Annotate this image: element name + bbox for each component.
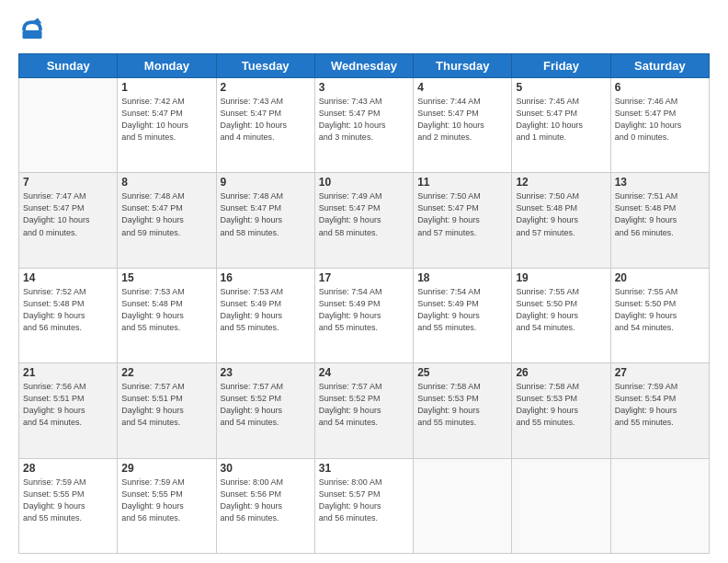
day-number: 21: [23, 366, 113, 379]
day-info: Sunrise: 7:48 AMSunset: 5:47 PMDaylight:…: [121, 190, 211, 238]
day-number: 24: [319, 366, 409, 379]
calendar-table: SundayMondayTuesdayWednesdayThursdayFrid…: [18, 53, 710, 554]
calendar-cell: 22Sunrise: 7:57 AMSunset: 5:51 PMDayligh…: [118, 363, 216, 458]
day-info: Sunrise: 7:55 AMSunset: 5:50 PMDaylight:…: [615, 286, 705, 334]
day-info: Sunrise: 7:51 AMSunset: 5:48 PMDaylight:…: [615, 190, 705, 238]
calendar-cell: 12Sunrise: 7:50 AMSunset: 5:48 PMDayligh…: [512, 173, 610, 268]
day-info: Sunrise: 7:48 AMSunset: 5:47 PMDaylight:…: [221, 190, 311, 238]
day-info: Sunrise: 7:43 AMSunset: 5:47 PMDaylight:…: [221, 96, 311, 144]
day-number: 23: [221, 366, 311, 379]
calendar-cell: 13Sunrise: 7:51 AMSunset: 5:48 PMDayligh…: [610, 173, 709, 268]
calendar-cell: 23Sunrise: 7:57 AMSunset: 5:52 PMDayligh…: [216, 363, 314, 458]
calendar-cell: 30Sunrise: 8:00 AMSunset: 5:56 PMDayligh…: [216, 458, 314, 553]
calendar-cell: 16Sunrise: 7:53 AMSunset: 5:49 PMDayligh…: [216, 268, 314, 362]
day-number: 3: [319, 81, 409, 94]
day-info: Sunrise: 7:58 AMSunset: 5:53 PMDaylight:…: [417, 381, 507, 429]
calendar-cell: 17Sunrise: 7:54 AMSunset: 5:49 PMDayligh…: [314, 268, 413, 362]
calendar-cell: 10Sunrise: 7:49 AMSunset: 5:47 PMDayligh…: [314, 173, 413, 268]
day-number: 6: [615, 81, 705, 94]
day-info: Sunrise: 7:55 AMSunset: 5:50 PMDaylight:…: [516, 286, 606, 334]
day-info: Sunrise: 8:00 AMSunset: 5:57 PMDaylight:…: [319, 477, 409, 524]
day-number: 12: [516, 176, 606, 189]
day-info: Sunrise: 7:59 AMSunset: 5:55 PMDaylight:…: [121, 477, 211, 524]
day-info: Sunrise: 7:44 AMSunset: 5:47 PMDaylight:…: [417, 96, 507, 144]
day-number: 16: [221, 271, 311, 284]
day-info: Sunrise: 7:57 AMSunset: 5:52 PMDaylight:…: [319, 381, 409, 429]
calendar-cell: 7Sunrise: 7:47 AMSunset: 5:47 PMDaylight…: [19, 173, 118, 268]
calendar-cell: [610, 458, 709, 553]
day-number: 10: [319, 176, 409, 189]
weekday-header-thursday: Thursday: [414, 54, 512, 78]
day-info: Sunrise: 7:54 AMSunset: 5:49 PMDaylight:…: [319, 286, 409, 334]
day-number: 5: [516, 81, 606, 94]
day-info: Sunrise: 7:56 AMSunset: 5:51 PMDaylight:…: [23, 381, 113, 429]
day-number: 20: [615, 271, 705, 284]
page: SundayMondayTuesdayWednesdayThursdayFrid…: [0, 0, 728, 563]
day-info: Sunrise: 7:59 AMSunset: 5:54 PMDaylight:…: [615, 381, 705, 429]
week-row-1: 1Sunrise: 7:42 AMSunset: 5:47 PMDaylight…: [19, 78, 710, 173]
weekday-header-wednesday: Wednesday: [314, 54, 413, 78]
calendar-cell: 9Sunrise: 7:48 AMSunset: 5:47 PMDaylight…: [216, 173, 314, 268]
day-number: 8: [121, 176, 211, 189]
day-info: Sunrise: 7:52 AMSunset: 5:48 PMDaylight:…: [23, 286, 113, 334]
calendar-cell: 25Sunrise: 7:58 AMSunset: 5:53 PMDayligh…: [414, 363, 512, 458]
calendar-cell: 21Sunrise: 7:56 AMSunset: 5:51 PMDayligh…: [19, 363, 118, 458]
calendar-cell: 28Sunrise: 7:59 AMSunset: 5:55 PMDayligh…: [19, 458, 118, 553]
day-number: 13: [615, 176, 705, 189]
calendar-cell: [19, 78, 118, 173]
day-number: 14: [23, 271, 113, 284]
calendar-cell: [414, 458, 512, 553]
calendar-cell: 31Sunrise: 8:00 AMSunset: 5:57 PMDayligh…: [314, 458, 413, 553]
calendar-cell: 8Sunrise: 7:48 AMSunset: 5:47 PMDaylight…: [118, 173, 216, 268]
day-number: 31: [319, 462, 409, 475]
calendar-cell: 27Sunrise: 7:59 AMSunset: 5:54 PMDayligh…: [610, 363, 709, 458]
calendar-cell: 26Sunrise: 7:58 AMSunset: 5:53 PMDayligh…: [512, 363, 610, 458]
calendar-cell: [512, 458, 610, 553]
weekday-header-monday: Monday: [118, 54, 216, 78]
day-number: 11: [417, 176, 507, 189]
week-row-5: 28Sunrise: 7:59 AMSunset: 5:55 PMDayligh…: [19, 458, 710, 553]
week-row-3: 14Sunrise: 7:52 AMSunset: 5:48 PMDayligh…: [19, 268, 710, 362]
day-number: 30: [221, 462, 311, 475]
calendar-cell: 14Sunrise: 7:52 AMSunset: 5:48 PMDayligh…: [19, 268, 118, 362]
calendar-cell: 1Sunrise: 7:42 AMSunset: 5:47 PMDaylight…: [118, 78, 216, 173]
calendar-cell: 5Sunrise: 7:45 AMSunset: 5:47 PMDaylight…: [512, 78, 610, 173]
day-number: 28: [23, 462, 113, 475]
calendar-cell: 11Sunrise: 7:50 AMSunset: 5:47 PMDayligh…: [414, 173, 512, 268]
day-info: Sunrise: 7:53 AMSunset: 5:49 PMDaylight:…: [221, 286, 311, 334]
calendar-cell: 20Sunrise: 7:55 AMSunset: 5:50 PMDayligh…: [610, 268, 709, 362]
logo-icon: [18, 17, 46, 44]
calendar-cell: 29Sunrise: 7:59 AMSunset: 5:55 PMDayligh…: [118, 458, 216, 553]
day-number: 22: [121, 366, 211, 379]
day-info: Sunrise: 7:58 AMSunset: 5:53 PMDaylight:…: [516, 381, 606, 429]
day-info: Sunrise: 7:57 AMSunset: 5:51 PMDaylight:…: [121, 381, 211, 429]
calendar-cell: 19Sunrise: 7:55 AMSunset: 5:50 PMDayligh…: [512, 268, 610, 362]
day-info: Sunrise: 8:00 AMSunset: 5:56 PMDaylight:…: [221, 477, 311, 524]
calendar-cell: 2Sunrise: 7:43 AMSunset: 5:47 PMDaylight…: [216, 78, 314, 173]
calendar-cell: 3Sunrise: 7:43 AMSunset: 5:47 PMDaylight…: [314, 78, 413, 173]
weekday-header-friday: Friday: [512, 54, 610, 78]
weekday-header-row: SundayMondayTuesdayWednesdayThursdayFrid…: [19, 54, 710, 78]
day-number: 15: [121, 271, 211, 284]
day-info: Sunrise: 7:42 AMSunset: 5:47 PMDaylight:…: [121, 96, 211, 144]
week-row-4: 21Sunrise: 7:56 AMSunset: 5:51 PMDayligh…: [19, 363, 710, 458]
day-number: 19: [516, 271, 606, 284]
day-info: Sunrise: 7:45 AMSunset: 5:47 PMDaylight:…: [516, 96, 606, 144]
day-info: Sunrise: 7:50 AMSunset: 5:47 PMDaylight:…: [417, 190, 507, 238]
svg-rect-0: [23, 30, 42, 39]
week-row-2: 7Sunrise: 7:47 AMSunset: 5:47 PMDaylight…: [19, 173, 710, 268]
calendar-cell: 4Sunrise: 7:44 AMSunset: 5:47 PMDaylight…: [414, 78, 512, 173]
day-number: 26: [516, 366, 606, 379]
day-number: 9: [221, 176, 311, 189]
day-info: Sunrise: 7:54 AMSunset: 5:49 PMDaylight:…: [417, 286, 507, 334]
calendar-cell: 15Sunrise: 7:53 AMSunset: 5:48 PMDayligh…: [118, 268, 216, 362]
logo: [18, 17, 50, 44]
calendar-cell: 18Sunrise: 7:54 AMSunset: 5:49 PMDayligh…: [414, 268, 512, 362]
day-number: 1: [121, 81, 211, 94]
weekday-header-saturday: Saturday: [610, 54, 709, 78]
day-info: Sunrise: 7:53 AMSunset: 5:48 PMDaylight:…: [121, 286, 211, 334]
calendar-cell: 24Sunrise: 7:57 AMSunset: 5:52 PMDayligh…: [314, 363, 413, 458]
day-number: 29: [121, 462, 211, 475]
day-number: 17: [319, 271, 409, 284]
day-number: 7: [23, 176, 113, 189]
